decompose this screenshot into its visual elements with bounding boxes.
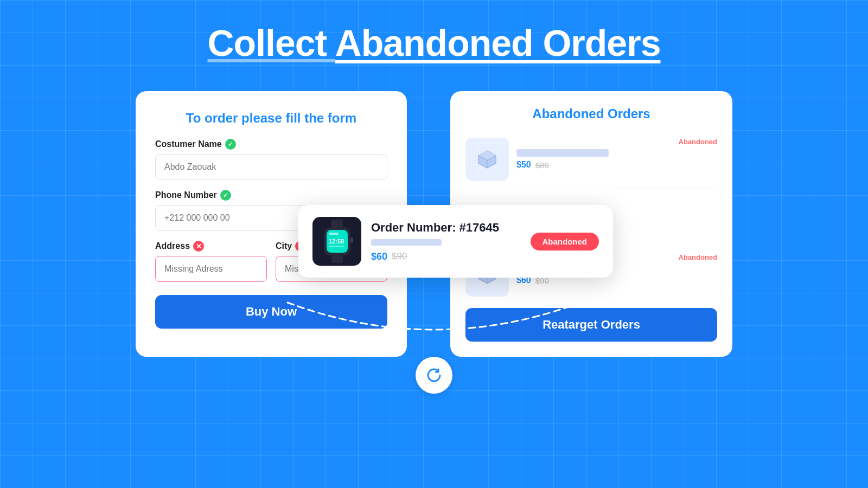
floating-title-bar — [371, 239, 442, 246]
order-title-bar-1 — [516, 149, 609, 157]
order-item-1: $50 $80 Abandoned — [465, 131, 717, 188]
floating-order-info: Order Number: #17645 $60 $90 — [371, 221, 521, 262]
address-label: Address ✕ — [155, 241, 267, 252]
floating-prices: $60 $90 — [371, 251, 521, 262]
floating-price-original: $90 — [392, 251, 407, 262]
svg-rect-0 — [331, 220, 343, 227]
price-original-1: $80 — [535, 160, 549, 170]
floating-price-current: $60 — [371, 251, 387, 262]
refresh-icon — [424, 365, 444, 385]
svg-rect-5 — [329, 246, 344, 247]
customer-name-check-icon: ✓ — [225, 139, 236, 150]
phone-number-label-text: Phone Number — [155, 190, 217, 200]
abandoned-badge-2: Abandoned — [679, 253, 718, 261]
title-part2: Abandoned Orders — [335, 22, 661, 63]
orders-card-title: Abandoned Orders — [465, 106, 717, 121]
order-info-1: $50 $80 — [516, 149, 671, 170]
floating-order-card: 12:58 Order Number: #17645 $60 $90 Aband… — [298, 205, 613, 278]
order-divider-1 — [465, 188, 717, 188]
title-part1: Collect — [208, 22, 335, 63]
customer-name-input[interactable] — [155, 154, 387, 180]
page-title: Collect Abandoned Orders — [208, 22, 661, 64]
svg-rect-6 — [331, 255, 343, 263]
address-input[interactable] — [155, 256, 267, 282]
connector-arc — [244, 297, 624, 362]
form-card-title: To order please fill the form — [155, 111, 387, 126]
city-label-text: City — [276, 241, 292, 251]
page-wrapper: Collect Abandoned Orders To order please… — [0, 0, 868, 488]
svg-rect-7 — [350, 237, 353, 243]
svg-rect-3 — [329, 233, 339, 235]
phone-check-icon: ✓ — [220, 190, 231, 201]
product-thumb-1 — [465, 138, 509, 181]
watch-svg: 12:58 — [320, 220, 355, 263]
address-field: Address ✕ — [155, 241, 267, 282]
phone-number-label: Phone Number ✓ — [155, 190, 387, 201]
customer-name-label-text: Costumer Name — [155, 139, 222, 149]
cards-row: To order please fill the form Costumer N… — [136, 91, 732, 357]
abandoned-badge-1: Abandoned — [679, 138, 718, 146]
watch-thumbnail: 12:58 — [312, 217, 361, 266]
refresh-circle — [416, 357, 452, 394]
price-current-1: $50 — [516, 160, 531, 170]
address-error-icon: ✕ — [193, 241, 204, 252]
svg-text:12:58: 12:58 — [329, 238, 344, 245]
order-prices-1: $50 $80 — [516, 160, 671, 170]
box-icon-1 — [475, 147, 499, 171]
floating-order-number: Order Number: #17645 — [371, 221, 521, 235]
floating-abandoned-badge: Abandoned — [531, 233, 599, 251]
customer-name-label: Costumer Name ✓ — [155, 139, 387, 150]
address-label-text: Address — [155, 241, 190, 251]
